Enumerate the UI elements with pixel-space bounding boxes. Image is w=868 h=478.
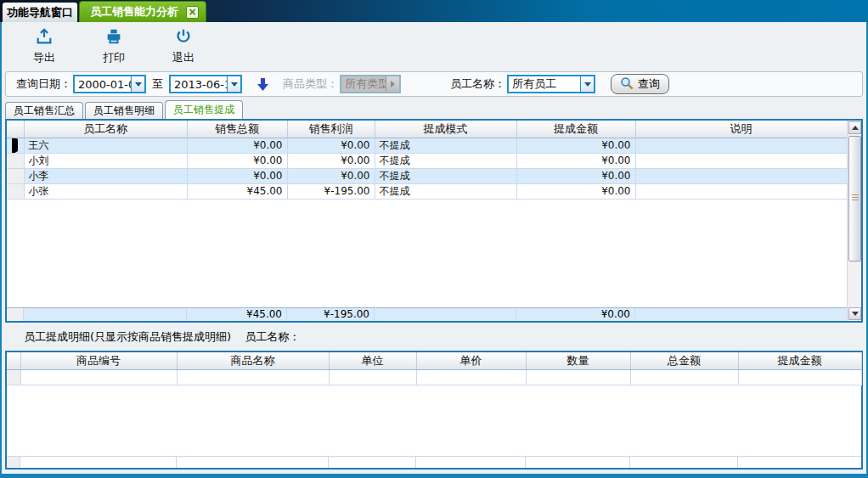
totals-sales-total: ¥45.00 — [187, 308, 287, 321]
exit-button[interactable]: 退出 — [161, 25, 206, 66]
col-product-code[interactable]: 商品编号 — [20, 352, 177, 369]
cell-mode: 不提成 — [375, 183, 516, 199]
search-button-label: 查询 — [638, 76, 660, 92]
scroll-up-icon[interactable] — [848, 121, 861, 134]
col-quantity[interactable]: 数量 — [526, 352, 630, 369]
apply-date-arrow-icon[interactable] — [256, 77, 269, 92]
cell-sales-total: ¥0.00 — [187, 153, 287, 168]
detail-footer-row — [7, 456, 861, 468]
content-area: 导出 打印 退出 — [2, 22, 866, 474]
col-commission-amount[interactable]: 提成金额 — [738, 352, 861, 369]
row-selector — [7, 183, 24, 199]
close-icon[interactable]: × — [186, 6, 199, 19]
date-range-label: 查询日期： — [16, 76, 71, 92]
date-from-select[interactable]: 2000-01-01 — [73, 75, 146, 93]
col-product-name[interactable]: 商品名称 — [177, 352, 329, 369]
date-to-select[interactable]: 2013-06-11 — [169, 75, 242, 93]
export-icon — [35, 27, 54, 48]
col-sales-profit[interactable]: 销售利润 — [287, 121, 375, 138]
cell-quantity — [526, 369, 630, 385]
tab-employee-sales-analysis-label: 员工销售能力分析 — [90, 4, 178, 20]
footer-selector-stub — [7, 457, 20, 468]
category-label: 商品类型： — [283, 76, 338, 92]
cell-mode: 不提成 — [375, 168, 516, 183]
print-icon — [104, 27, 123, 48]
table-row[interactable]: 小李 ¥0.00 ¥0.00 不提成 ¥0.00 — [7, 168, 847, 183]
cell-name: 小张 — [24, 183, 187, 199]
totals-note — [635, 308, 847, 321]
category-select[interactable]: 所有类型 — [340, 75, 401, 93]
table-header-row: 员工名称 销售总额 销售利润 提成模式 提成金额 说明 — [7, 121, 847, 138]
scrollbar-thumb[interactable] — [848, 136, 861, 261]
footer-cell — [20, 457, 177, 468]
sub-tab-bar: 员工销售汇总 员工销售明细 员工销售提成 — [5, 100, 243, 119]
search-button[interactable]: 查询 — [611, 74, 669, 94]
table-row[interactable]: 王六 ¥0.00 ¥0.00 不提成 ¥0.00 — [7, 138, 847, 153]
tab-employee-sales-analysis[interactable]: 员工销售能力分析 × — [79, 1, 206, 22]
cell-product-name — [177, 369, 329, 385]
totals-commission: ¥0.00 — [516, 308, 635, 321]
cell-unit-price — [416, 369, 526, 385]
row-selector-header — [7, 121, 24, 138]
tab-sales-commission[interactable]: 员工销售提成 — [165, 100, 243, 119]
cell-note — [635, 153, 847, 168]
cell-sales-total: ¥45.00 — [187, 183, 287, 199]
query-bar: 查询日期： 2000-01-01 至 2013-06-11 商品类型： 所有类型… — [5, 71, 863, 97]
cell-profit: ¥0.00 — [287, 168, 375, 183]
tab-sales-detail[interactable]: 员工销售明细 — [85, 102, 163, 119]
chevron-down-icon[interactable] — [131, 76, 144, 92]
export-label: 导出 — [33, 50, 55, 65]
commission-table-body: 员工名称 销售总额 销售利润 提成模式 提成金额 说明 王六 ¥0.00 ¥0.… — [7, 121, 847, 321]
row-selector — [7, 168, 24, 183]
chevron-down-icon[interactable] — [580, 76, 594, 92]
vertical-scrollbar[interactable] — [847, 121, 861, 321]
chevron-down-icon[interactable] — [227, 76, 240, 92]
scroll-down-icon[interactable] — [848, 307, 861, 320]
current-row-arrow-icon — [7, 138, 24, 153]
totals-mode — [375, 308, 516, 321]
tab-sales-summary[interactable]: 员工销售汇总 — [5, 102, 83, 119]
cell-commission: ¥0.00 — [516, 153, 635, 168]
exit-icon — [174, 27, 193, 48]
col-commission-amount[interactable]: 提成金额 — [516, 121, 635, 138]
cell-product-code — [20, 369, 177, 385]
col-note[interactable]: 说明 — [635, 121, 847, 138]
col-unit-price[interactable]: 单价 — [416, 352, 526, 369]
totals-selector-stub — [7, 308, 24, 321]
employee-value: 所有员工 — [509, 76, 580, 92]
footer-cell — [526, 457, 630, 468]
col-employee-name[interactable]: 员工名称 — [24, 121, 187, 138]
employee-select[interactable]: 所有员工 — [507, 75, 595, 93]
col-total-amount[interactable]: 总金额 — [630, 352, 738, 369]
commission-table: 员工名称 销售总额 销售利润 提成模式 提成金额 说明 王六 ¥0.00 ¥0.… — [5, 119, 863, 323]
footer-cell — [630, 457, 738, 468]
scrollbar-grip — [852, 194, 859, 202]
col-unit[interactable]: 单位 — [329, 352, 416, 369]
table-row[interactable]: 小张 ¥45.00 ¥-195.00 不提成 ¥0.00 — [7, 183, 847, 199]
col-sales-total[interactable]: 销售总额 — [187, 121, 287, 138]
search-icon — [620, 76, 634, 93]
category-more-icon[interactable] — [386, 76, 399, 92]
cell-profit: ¥-195.00 — [287, 183, 375, 199]
print-label: 打印 — [103, 50, 125, 65]
commission-detail-title: 员工提成明细(只显示按商品销售提成明细) — [24, 329, 231, 345]
export-button[interactable]: 导出 — [22, 25, 66, 66]
to-label: 至 — [152, 76, 163, 92]
cell-unit — [329, 369, 416, 385]
cell-name: 王六 — [24, 138, 187, 153]
table-row[interactable] — [7, 369, 861, 385]
col-commission-mode[interactable]: 提成模式 — [375, 121, 516, 138]
tab-nav-window[interactable]: 功能导航窗口 — [3, 3, 77, 22]
footer-cell — [738, 457, 861, 468]
cell-profit: ¥0.00 — [287, 153, 375, 168]
cell-mode: 不提成 — [375, 138, 516, 153]
tab-nav-window-label: 功能导航窗口 — [7, 5, 73, 20]
print-button[interactable]: 打印 — [92, 25, 136, 66]
tab-sales-summary-label: 员工销售汇总 — [14, 104, 75, 118]
commission-detail-table: 商品编号 商品名称 单位 单价 数量 总金额 提成金额 — [5, 351, 863, 470]
cell-sales-total: ¥0.00 — [187, 168, 287, 183]
tab-sales-detail-label: 员工销售明细 — [93, 104, 155, 118]
table-row[interactable]: 小刘 ¥0.00 ¥0.00 不提成 ¥0.00 — [7, 153, 847, 168]
cell-name: 小刘 — [24, 153, 187, 168]
totals-profit: ¥-195.00 — [287, 308, 375, 321]
